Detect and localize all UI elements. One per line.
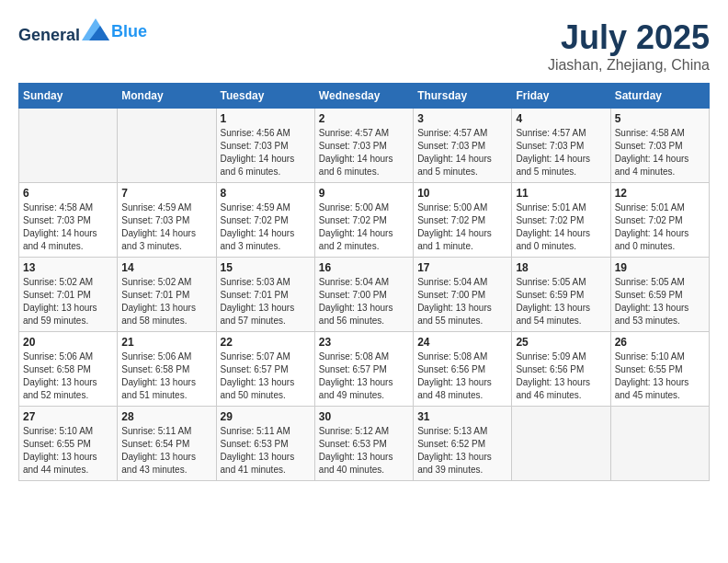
calendar-cell bbox=[118, 109, 216, 183]
calendar-cell: 7Sunrise: 4:59 AMSunset: 7:03 PMDaylight… bbox=[118, 183, 216, 258]
calendar-cell: 23Sunrise: 5:08 AMSunset: 6:57 PMDayligh… bbox=[314, 332, 413, 407]
day-number: 11 bbox=[516, 187, 606, 200]
calendar-cell: 12Sunrise: 5:01 AMSunset: 7:02 PMDayligh… bbox=[610, 183, 709, 258]
calendar-cell: 27Sunrise: 5:10 AMSunset: 6:55 PMDayligh… bbox=[19, 407, 118, 481]
calendar-cell: 3Sunrise: 4:57 AMSunset: 7:03 PMDaylight… bbox=[414, 109, 512, 183]
day-info: Sunrise: 4:58 AMSunset: 7:03 PMDaylight:… bbox=[23, 201, 113, 253]
day-info: Sunrise: 5:02 AMSunset: 7:01 PMDaylight:… bbox=[23, 276, 113, 327]
logo-general: General bbox=[18, 26, 80, 44]
calendar-cell: 28Sunrise: 5:11 AMSunset: 6:54 PMDayligh… bbox=[118, 407, 216, 481]
day-number: 6 bbox=[23, 187, 113, 200]
day-number: 27 bbox=[23, 410, 113, 423]
day-info: Sunrise: 5:01 AMSunset: 7:02 PMDaylight:… bbox=[615, 201, 705, 253]
weekday-header-monday: Monday bbox=[118, 84, 216, 109]
day-info: Sunrise: 4:59 AMSunset: 7:02 PMDaylight:… bbox=[221, 201, 311, 253]
weekday-header-row: SundayMondayTuesdayWednesdayThursdayFrid… bbox=[19, 84, 710, 109]
day-info: Sunrise: 4:58 AMSunset: 7:03 PMDaylight:… bbox=[615, 127, 705, 178]
calendar-cell: 31Sunrise: 5:13 AMSunset: 6:52 PMDayligh… bbox=[414, 407, 512, 481]
day-number: 13 bbox=[23, 261, 113, 274]
calendar-cell: 11Sunrise: 5:01 AMSunset: 7:02 PMDayligh… bbox=[512, 183, 610, 258]
day-info: Sunrise: 5:06 AMSunset: 6:58 PMDaylight:… bbox=[23, 350, 113, 402]
logo: General Blue bbox=[18, 18, 147, 45]
day-number: 29 bbox=[221, 410, 311, 423]
month-title: July 2025 bbox=[548, 18, 710, 57]
header: General Blue July 2025 Jiashan, Zhejiang… bbox=[18, 18, 710, 74]
day-info: Sunrise: 5:06 AMSunset: 6:58 PMDaylight:… bbox=[121, 350, 211, 402]
day-number: 7 bbox=[121, 187, 211, 200]
day-info: Sunrise: 5:05 AMSunset: 6:59 PMDaylight:… bbox=[615, 276, 705, 327]
week-row-1: 1Sunrise: 4:56 AMSunset: 7:03 PMDaylight… bbox=[19, 109, 710, 183]
day-number: 23 bbox=[319, 336, 409, 349]
day-info: Sunrise: 5:10 AMSunset: 6:55 PMDaylight:… bbox=[615, 350, 705, 402]
calendar-cell: 18Sunrise: 5:05 AMSunset: 6:59 PMDayligh… bbox=[512, 258, 610, 332]
weekday-header-sunday: Sunday bbox=[19, 84, 118, 109]
weekday-header-wednesday: Wednesday bbox=[314, 84, 413, 109]
day-info: Sunrise: 5:02 AMSunset: 7:01 PMDaylight:… bbox=[121, 276, 211, 327]
location: Jiashan, Zhejiang, China bbox=[548, 57, 710, 74]
calendar-cell: 22Sunrise: 5:07 AMSunset: 6:57 PMDayligh… bbox=[216, 332, 314, 407]
day-number: 14 bbox=[121, 261, 211, 274]
day-info: Sunrise: 5:10 AMSunset: 6:55 PMDaylight:… bbox=[23, 425, 113, 477]
calendar-cell: 21Sunrise: 5:06 AMSunset: 6:58 PMDayligh… bbox=[118, 332, 216, 407]
calendar-cell: 24Sunrise: 5:08 AMSunset: 6:56 PMDayligh… bbox=[414, 332, 512, 407]
day-number: 17 bbox=[417, 261, 507, 274]
calendar-cell: 16Sunrise: 5:04 AMSunset: 7:00 PMDayligh… bbox=[314, 258, 413, 332]
calendar-cell: 4Sunrise: 4:57 AMSunset: 7:03 PMDaylight… bbox=[512, 109, 610, 183]
day-number: 18 bbox=[516, 261, 606, 274]
calendar-cell: 5Sunrise: 4:58 AMSunset: 7:03 PMDaylight… bbox=[610, 109, 709, 183]
calendar-cell: 17Sunrise: 5:04 AMSunset: 7:00 PMDayligh… bbox=[414, 258, 512, 332]
day-number: 21 bbox=[121, 336, 211, 349]
day-number: 1 bbox=[221, 112, 311, 125]
day-info: Sunrise: 5:00 AMSunset: 7:02 PMDaylight:… bbox=[319, 201, 409, 253]
day-info: Sunrise: 5:07 AMSunset: 6:57 PMDaylight:… bbox=[221, 350, 311, 402]
day-number: 15 bbox=[221, 261, 311, 274]
calendar-cell: 26Sunrise: 5:10 AMSunset: 6:55 PMDayligh… bbox=[610, 332, 709, 407]
day-number: 5 bbox=[615, 112, 705, 125]
title-area: July 2025 Jiashan, Zhejiang, China bbox=[548, 18, 710, 74]
week-row-3: 13Sunrise: 5:02 AMSunset: 7:01 PMDayligh… bbox=[19, 258, 710, 332]
calendar-table: SundayMondayTuesdayWednesdayThursdayFrid… bbox=[18, 83, 710, 481]
day-number: 28 bbox=[121, 410, 211, 423]
day-number: 12 bbox=[615, 187, 705, 200]
calendar-cell: 20Sunrise: 5:06 AMSunset: 6:58 PMDayligh… bbox=[19, 332, 118, 407]
day-number: 16 bbox=[319, 261, 409, 274]
day-info: Sunrise: 5:05 AMSunset: 6:59 PMDaylight:… bbox=[516, 276, 606, 327]
day-info: Sunrise: 5:11 AMSunset: 6:53 PMDaylight:… bbox=[221, 425, 311, 477]
day-number: 26 bbox=[615, 336, 705, 349]
day-info: Sunrise: 5:01 AMSunset: 7:02 PMDaylight:… bbox=[516, 201, 606, 253]
weekday-header-thursday: Thursday bbox=[414, 84, 512, 109]
calendar-cell: 13Sunrise: 5:02 AMSunset: 7:01 PMDayligh… bbox=[19, 258, 118, 332]
day-number: 22 bbox=[221, 336, 311, 349]
calendar-cell bbox=[512, 407, 610, 481]
day-number: 10 bbox=[417, 187, 507, 200]
calendar-cell: 15Sunrise: 5:03 AMSunset: 7:01 PMDayligh… bbox=[216, 258, 314, 332]
logo-icon bbox=[82, 18, 109, 40]
day-number: 20 bbox=[23, 336, 113, 349]
day-info: Sunrise: 5:03 AMSunset: 7:01 PMDaylight:… bbox=[221, 276, 311, 327]
calendar-cell: 1Sunrise: 4:56 AMSunset: 7:03 PMDaylight… bbox=[216, 109, 314, 183]
day-info: Sunrise: 5:13 AMSunset: 6:52 PMDaylight:… bbox=[417, 425, 507, 477]
weekday-header-tuesday: Tuesday bbox=[216, 84, 314, 109]
calendar-cell: 25Sunrise: 5:09 AMSunset: 6:56 PMDayligh… bbox=[512, 332, 610, 407]
weekday-header-friday: Friday bbox=[512, 84, 610, 109]
calendar-cell: 30Sunrise: 5:12 AMSunset: 6:53 PMDayligh… bbox=[314, 407, 413, 481]
day-number: 19 bbox=[615, 261, 705, 274]
calendar-cell bbox=[19, 109, 118, 183]
day-info: Sunrise: 4:56 AMSunset: 7:03 PMDaylight:… bbox=[221, 127, 311, 178]
calendar-cell: 14Sunrise: 5:02 AMSunset: 7:01 PMDayligh… bbox=[118, 258, 216, 332]
calendar-cell: 19Sunrise: 5:05 AMSunset: 6:59 PMDayligh… bbox=[610, 258, 709, 332]
calendar-cell: 29Sunrise: 5:11 AMSunset: 6:53 PMDayligh… bbox=[216, 407, 314, 481]
day-info: Sunrise: 5:08 AMSunset: 6:57 PMDaylight:… bbox=[319, 350, 409, 402]
day-info: Sunrise: 5:00 AMSunset: 7:02 PMDaylight:… bbox=[417, 201, 507, 253]
day-info: Sunrise: 4:59 AMSunset: 7:03 PMDaylight:… bbox=[121, 201, 211, 253]
day-info: Sunrise: 5:04 AMSunset: 7:00 PMDaylight:… bbox=[319, 276, 409, 327]
day-number: 8 bbox=[221, 187, 311, 200]
week-row-4: 20Sunrise: 5:06 AMSunset: 6:58 PMDayligh… bbox=[19, 332, 710, 407]
weekday-header-saturday: Saturday bbox=[610, 84, 709, 109]
day-info: Sunrise: 5:04 AMSunset: 7:00 PMDaylight:… bbox=[417, 276, 507, 327]
day-info: Sunrise: 4:57 AMSunset: 7:03 PMDaylight:… bbox=[319, 127, 409, 178]
day-number: 3 bbox=[417, 112, 507, 125]
day-info: Sunrise: 5:09 AMSunset: 6:56 PMDaylight:… bbox=[516, 350, 606, 402]
calendar-cell: 10Sunrise: 5:00 AMSunset: 7:02 PMDayligh… bbox=[414, 183, 512, 258]
day-info: Sunrise: 4:57 AMSunset: 7:03 PMDaylight:… bbox=[417, 127, 507, 178]
